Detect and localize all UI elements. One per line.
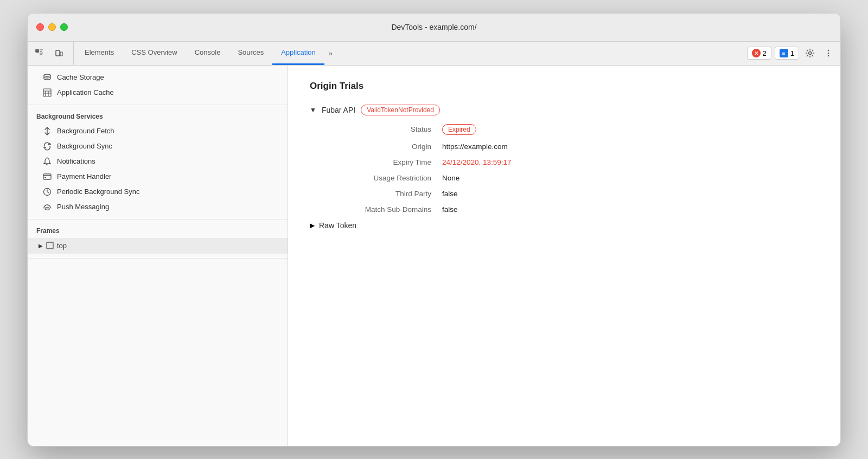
info-icon: ≡ — [780, 49, 788, 57]
tab-list: Elements CSS Overview Console Sources Ap… — [76, 42, 747, 65]
match-sub-domains-row: Match Sub-Domains false — [323, 205, 819, 214]
sidebar-item-cache-storage[interactable]: Cache Storage — [28, 70, 288, 85]
error-icon: ✕ — [752, 49, 761, 57]
info-badge-button[interactable]: ≡ 1 — [775, 47, 799, 60]
frame-icon — [46, 242, 54, 249]
expiry-time-row: Expiry Time 24/12/2020, 13:59:17 — [323, 158, 819, 166]
status-label: Status — [323, 125, 442, 133]
inspect-icon[interactable] — [32, 46, 47, 61]
application-cache-icon — [43, 88, 52, 97]
info-count: 1 — [790, 49, 794, 57]
sidebar-item-push-messaging[interactable]: Push Messaging — [28, 199, 288, 215]
svg-rect-1 — [56, 50, 60, 56]
svg-point-5 — [828, 53, 829, 54]
sidebar-item-background-fetch[interactable]: Background Fetch — [28, 124, 288, 139]
background-fetch-icon — [43, 127, 52, 135]
tab-application[interactable]: Application — [272, 42, 324, 65]
raw-token-row[interactable]: ▶ Raw Token — [310, 221, 819, 230]
push-messaging-icon — [43, 203, 52, 211]
sidebar: Cache Storage Application Cache Backgrou… — [28, 66, 288, 446]
origin-row: Origin https://example.com — [323, 143, 819, 151]
push-messaging-label: Push Messaging — [57, 203, 109, 211]
page-title: Origin Trials — [310, 81, 819, 92]
tabbar: Elements CSS Overview Console Sources Ap… — [28, 42, 840, 66]
third-party-label: Third Party — [323, 190, 442, 198]
frames-section: Frames ▶ top — [28, 219, 288, 258]
traffic-lights — [36, 23, 68, 31]
window-title: DevTools - example.com/ — [391, 23, 476, 31]
tabbar-icons — [32, 42, 74, 65]
payment-handler-icon — [43, 172, 52, 181]
sidebar-item-payment-handler[interactable]: Payment Handler — [28, 169, 288, 184]
svg-rect-9 — [43, 174, 51, 179]
svg-rect-8 — [43, 89, 51, 96]
payment-handler-label: Payment Handler — [57, 172, 111, 180]
background-sync-icon — [43, 142, 52, 151]
api-name: Fubar API — [322, 106, 355, 114]
status-row: Status Expired — [323, 124, 819, 135]
detail-table: Status Expired Origin https://example.co… — [323, 124, 819, 214]
svg-point-3 — [809, 52, 812, 55]
application-cache-label: Application Cache — [57, 88, 114, 96]
main-area: Cache Storage Application Cache Backgrou… — [28, 66, 840, 446]
maximize-button[interactable] — [60, 23, 68, 31]
api-header: ▼ Fubar API ValidTokenNotProvided — [310, 105, 819, 115]
more-icon[interactable] — [821, 46, 836, 61]
tab-elements[interactable]: Elements — [76, 42, 123, 65]
api-group: ▼ Fubar API ValidTokenNotProvided Status… — [310, 105, 819, 230]
close-button[interactable] — [36, 23, 44, 31]
raw-token-label: Raw Token — [319, 221, 356, 230]
devtools-window: DevTools - example.com/ Elements CSS Ove… — [27, 13, 841, 447]
third-party-row: Third Party false — [323, 190, 819, 198]
svg-rect-13 — [47, 242, 53, 249]
settings-icon[interactable] — [802, 46, 818, 61]
error-badge-button[interactable]: ✕ 2 — [747, 47, 771, 60]
content-panel: Origin Trials ▼ Fubar API ValidTokenNotP… — [288, 66, 840, 446]
frame-top-label: top — [57, 242, 67, 250]
minimize-button[interactable] — [48, 23, 56, 31]
svg-point-6 — [828, 55, 829, 57]
match-sub-domains-label: Match Sub-Domains — [323, 205, 442, 214]
background-sync-label: Background Sync — [57, 142, 112, 150]
svg-point-7 — [44, 74, 50, 76]
svg-rect-2 — [60, 52, 62, 56]
svg-rect-10 — [44, 177, 46, 178]
tab-css-overview[interactable]: CSS Overview — [123, 42, 186, 65]
periodic-background-sync-icon — [43, 188, 52, 196]
cache-storage-icon — [43, 73, 52, 82]
notifications-icon — [43, 157, 52, 166]
tab-sources[interactable]: Sources — [229, 42, 272, 65]
origin-value: https://example.com — [442, 143, 508, 151]
tab-overflow-button[interactable]: » — [324, 42, 337, 65]
match-sub-domains-value: false — [442, 205, 458, 214]
api-toggle-icon[interactable]: ▼ — [310, 106, 316, 114]
frame-toggle-icon: ▶ — [39, 243, 43, 249]
status-value: Expired — [442, 124, 476, 135]
cache-storage-label: Cache Storage — [57, 73, 104, 81]
frames-title: Frames — [28, 224, 288, 238]
tabbar-right-actions: ✕ 2 ≡ 1 — [747, 42, 836, 65]
titlebar: DevTools - example.com/ — [28, 14, 840, 42]
periodic-background-sync-label: Periodic Background Sync — [57, 188, 139, 196]
sidebar-item-top[interactable]: ▶ top — [28, 238, 288, 254]
device-icon[interactable] — [52, 46, 67, 61]
origin-label: Origin — [323, 143, 442, 151]
third-party-value: false — [442, 190, 458, 198]
error-count: 2 — [763, 49, 767, 57]
background-services-title: Background Services — [28, 109, 288, 124]
svg-point-12 — [45, 207, 49, 210]
tab-console[interactable]: Console — [186, 42, 229, 65]
usage-restriction-value: None — [442, 174, 459, 182]
storage-section: Cache Storage Application Cache — [28, 66, 288, 105]
sidebar-item-background-sync[interactable]: Background Sync — [28, 139, 288, 154]
notifications-label: Notifications — [57, 157, 95, 165]
sidebar-item-application-cache[interactable]: Application Cache — [28, 85, 288, 100]
background-fetch-label: Background Fetch — [57, 127, 114, 135]
raw-token-toggle-icon[interactable]: ▶ — [310, 222, 315, 229]
background-services-section: Background Services Background Fetch — [28, 105, 288, 219]
sidebar-item-periodic-background-sync[interactable]: Periodic Background Sync — [28, 184, 288, 199]
api-badge: ValidTokenNotProvided — [361, 105, 440, 115]
sidebar-item-notifications[interactable]: Notifications — [28, 154, 288, 169]
usage-restriction-row: Usage Restriction None — [323, 174, 819, 182]
expiry-time-value: 24/12/2020, 13:59:17 — [442, 158, 512, 166]
